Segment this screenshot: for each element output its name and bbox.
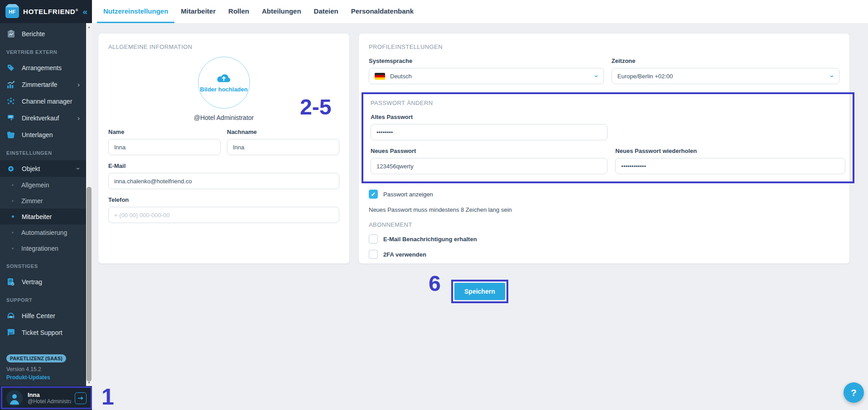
- user-name: Inna: [28, 391, 71, 398]
- chart-icon: [6, 80, 15, 89]
- phone-label: Telefon: [108, 196, 339, 203]
- new-password-label: Neues Passwort: [371, 148, 608, 154]
- sidebar-section-sonstiges: SONSTIGES: [0, 256, 86, 273]
- sidebar-item-direktverkauf[interactable]: Direktverkauf ›: [0, 110, 86, 126]
- timezone-value: Europe/Berlin +02:00: [617, 73, 673, 80]
- card-title: ALLGEMEINE INFORMATION: [108, 43, 339, 50]
- help-button[interactable]: ?: [844, 382, 864, 403]
- registered-mark: ®: [75, 8, 78, 12]
- checkbox-unchecked-icon[interactable]: [369, 250, 378, 259]
- email-notifications-label: E-Mail Benachrichtigung erhalten: [383, 236, 477, 243]
- tabs-bar: Nutzereinstellungen Mitarbeiter Rollen A…: [92, 0, 868, 23]
- content-area: ALLGEMEINE INFORMATION Bilder hochladen …: [92, 23, 868, 410]
- email-label: E-Mail: [108, 162, 339, 169]
- twofa-label: 2FA verwenden: [383, 251, 426, 258]
- sidebar-subitem-integrationen[interactable]: Integrationen: [0, 240, 86, 256]
- user-handle: @Hotel Administrator: [194, 114, 254, 121]
- twofa-checkbox-row[interactable]: 2FA verwenden: [369, 250, 839, 259]
- locale-row: Systemsprache Deutsch › Zeitzone Europe/…: [369, 50, 839, 84]
- show-password-checkbox-row[interactable]: Passwort anzeigen: [369, 190, 839, 199]
- scroll-down-icon[interactable]: ▼: [87, 380, 91, 385]
- image-upload-button[interactable]: Bilder hochladen: [198, 57, 250, 109]
- sidebar-item-arrangements[interactable]: Arrangements: [0, 59, 86, 76]
- user-profile-strip[interactable]: Inna @Hotel Administra: [0, 386, 92, 410]
- name-field[interactable]: [108, 139, 221, 155]
- lastname-field[interactable]: [227, 139, 339, 155]
- hotelfriend-logo-icon: HF: [5, 5, 19, 18]
- bullet-icon: [12, 184, 14, 186]
- product-updates-link[interactable]: Produkt-Updates: [6, 374, 80, 381]
- tag-icon: [6, 63, 15, 72]
- new-password-field[interactable]: [371, 158, 608, 174]
- sidebar: HF HOTELFRIEND® « Berichte VERTRIEB EXTE…: [0, 0, 92, 410]
- app-root: HF HOTELFRIEND® « Berichte VERTRIEB EXTE…: [0, 0, 868, 410]
- checkbox-checked-icon[interactable]: [369, 190, 378, 199]
- sidebar-item-label: Vertrag: [22, 278, 42, 286]
- checkbox-unchecked-icon[interactable]: [369, 234, 378, 243]
- gear-icon: [6, 164, 15, 173]
- sidebar-item-vertrag[interactable]: Vertrag: [0, 273, 86, 290]
- tab-rollen[interactable]: Rollen: [222, 0, 256, 23]
- sidebar-item-label: Ticket Support: [22, 329, 63, 336]
- email-notifications-checkbox-row[interactable]: E-Mail Benachrichtigung erhalten: [369, 234, 839, 243]
- sidebar-subitem-mitarbeiter[interactable]: Mitarbeiter: [0, 209, 86, 224]
- hub-icon: [6, 97, 15, 106]
- license-block: PAKETLIZENZ (SAAS) Version 4.15.2 Produk…: [0, 349, 86, 386]
- bullet-icon: [12, 200, 14, 202]
- sidebar-item-hilfe-center[interactable]: Hilfe Center: [0, 307, 86, 324]
- sidebar-item-label: Unterlagen: [22, 131, 53, 138]
- tab-nutzereinstellungen[interactable]: Nutzereinstellungen: [97, 0, 174, 23]
- sidebar-scrollbar[interactable]: ▲ ▼: [86, 23, 92, 386]
- profile-settings-card: PROFILEINSTELLUNGEN Systemsprache Deutsc…: [358, 33, 850, 264]
- sidebar-subitem-allgemein[interactable]: Allgemein: [0, 177, 86, 193]
- tab-mitarbeiter[interactable]: Mitarbeiter: [174, 0, 222, 23]
- sidebar-collapse-icon[interactable]: «: [82, 7, 87, 17]
- scroll-up-icon[interactable]: ▲: [87, 24, 91, 29]
- email-field[interactable]: [108, 173, 339, 189]
- user-role: @Hotel Administra: [28, 398, 71, 405]
- lastname-label: Nachname: [227, 129, 339, 135]
- sidebar-subitem-automatisierung[interactable]: Automatisierung: [0, 224, 86, 240]
- old-password-row: Altes Passwort: [371, 106, 845, 140]
- chevron-down-icon: ›: [829, 75, 836, 77]
- save-button[interactable]: Speichern: [454, 283, 505, 300]
- sidebar-subitem-zimmer[interactable]: Zimmer: [0, 193, 86, 209]
- old-password-label: Altes Passwort: [371, 114, 608, 120]
- sidebar-item-label: Integrationen: [21, 245, 58, 252]
- bullet-icon: [12, 248, 14, 249]
- user-strip-wrap: Inna @Hotel Administra: [0, 386, 92, 410]
- repeat-password-label: Neues Passwort wiederholen: [615, 148, 845, 154]
- logout-icon[interactable]: [75, 392, 87, 404]
- chevron-down-icon: ›: [75, 167, 82, 170]
- sales-icon: [6, 114, 15, 123]
- system-language-label: Systemsprache: [369, 57, 604, 64]
- annotation-box-password-section: PASSWORT ÄNDERN Altes Passwort Neues Pas…: [362, 92, 854, 183]
- scrollbar-thumb[interactable]: [87, 187, 92, 381]
- old-password-field[interactable]: [371, 124, 608, 140]
- password-hint: Neues Passwort muss mindestens 8 Zeichen…: [369, 206, 839, 213]
- tab-dateien[interactable]: Dateien: [308, 0, 345, 23]
- repeat-password-field[interactable]: [615, 158, 845, 174]
- tab-abteilungen[interactable]: Abteilungen: [256, 0, 308, 23]
- chevron-right-icon: ›: [77, 114, 80, 122]
- sidebar-item-label: Arrangements: [22, 64, 62, 72]
- sidebar-item-berichte[interactable]: Berichte: [0, 25, 86, 42]
- sidebar-item-label: Channel manager: [22, 98, 72, 105]
- sidebar-item-ticket-support[interactable]: Ticket Support: [0, 324, 86, 341]
- system-language-select[interactable]: Deutsch ›: [369, 68, 604, 84]
- bullet-icon: [12, 215, 14, 218]
- sidebar-item-unterlagen[interactable]: Unterlagen: [0, 126, 86, 143]
- phone-field[interactable]: [108, 207, 339, 223]
- sidebar-item-objekt[interactable]: Objekt ›: [0, 160, 86, 177]
- version-text: Version 4.15.2: [6, 366, 80, 372]
- tab-personaldatenbank[interactable]: Personaldatenbank: [345, 0, 420, 23]
- sidebar-item-channel-manager[interactable]: Channel manager: [0, 93, 86, 110]
- timezone-label: Zeitzone: [612, 57, 839, 64]
- main-area: Nutzereinstellungen Mitarbeiter Rollen A…: [92, 0, 868, 410]
- sidebar-item-zimmertarife[interactable]: Zimmertarife ›: [0, 76, 86, 93]
- sidebar-nav: Berichte VERTRIEB EXTERN Arrangements Zi…: [0, 23, 86, 386]
- annotation-step-2-5: 2-5: [300, 96, 331, 118]
- timezone-select[interactable]: Europe/Berlin +02:00 ›: [612, 68, 839, 84]
- bullet-icon: [12, 232, 14, 234]
- annotation-step-6: 6: [429, 273, 441, 295]
